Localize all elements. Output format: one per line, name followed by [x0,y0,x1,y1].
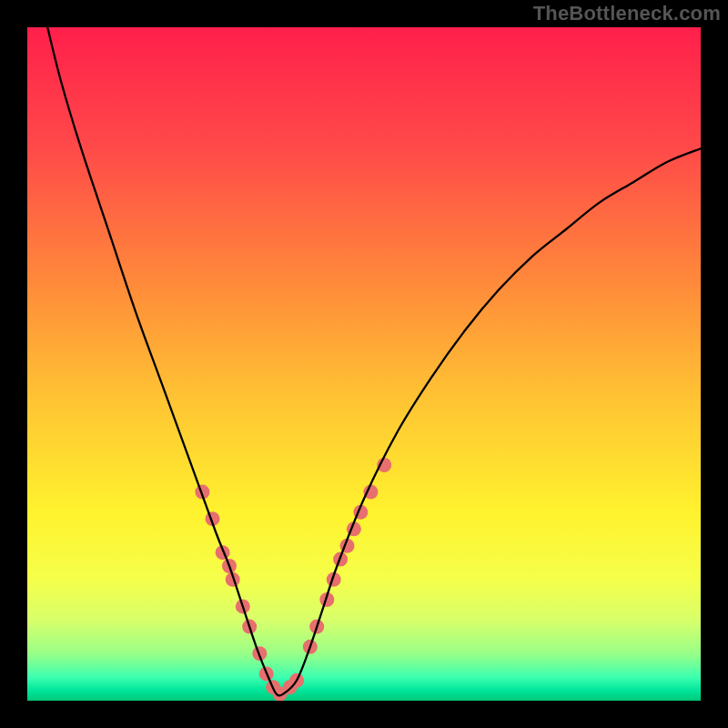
watermark-text: TheBottleneck.com [533,2,721,25]
gradient-background [27,27,701,701]
plot-area [27,27,701,701]
chart-svg [27,27,701,701]
chart-container: TheBottleneck.com [0,0,728,728]
